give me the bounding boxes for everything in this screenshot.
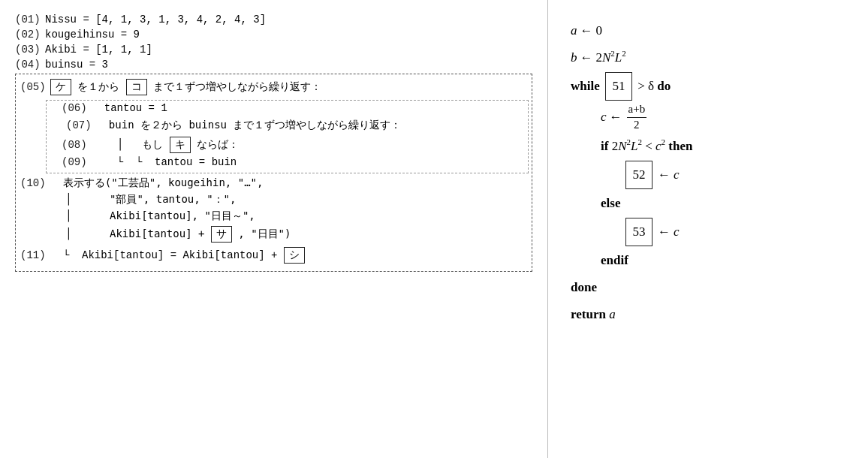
fraction-ab2: a+b 2 — [627, 102, 647, 132]
line-num-02: (02) — [15, 29, 45, 41]
code-line-02: (02) kougeihinsu = 9 — [15, 29, 532, 41]
var-b: b — [571, 45, 577, 71]
line-num-07: (07) — [66, 119, 96, 131]
box-shi: シ — [284, 247, 305, 264]
line-num-04: (04) — [15, 59, 45, 71]
code-line-09: (09) └ └ tantou = buin — [47, 156, 528, 168]
line-num-08: (08) — [62, 139, 92, 151]
box-ki: キ — [170, 137, 191, 153]
math-line-53: 53 ← c — [571, 218, 845, 246]
box-51: 51 — [605, 72, 632, 101]
line-num-01: (01) — [15, 14, 45, 26]
keyword-else: else — [601, 191, 620, 216]
math-line-return: return a — [571, 302, 845, 327]
line-content-08: │ もし キ ならば： — [92, 137, 528, 153]
code-line-08: (08) │ もし キ ならば： — [47, 137, 528, 153]
line-content-06: tantou = 1 — [92, 102, 528, 114]
inner-dashed-block: (06) tantou = 1 (07) buin を２から buinsu まで… — [46, 100, 529, 173]
code-line-05: (05) ケ を１から コ まで１ずつ増やしながら繰り返す： — [16, 77, 532, 97]
line-content-09: └ └ tantou = buin — [92, 156, 528, 168]
line-num-10: (10) — [20, 177, 50, 189]
return-var-a: a — [609, 302, 616, 327]
line-num-05: (05) — [20, 81, 50, 93]
code-line-10d: │ Akibi[tantou] + サ , "日目") — [20, 226, 527, 243]
box-52: 52 — [625, 161, 653, 189]
code-line-10a: (10) 表示する("工芸品", kougeihin, "…", — [20, 176, 527, 190]
code-line-10-block: (10) 表示する("工芸品", kougeihin, "…", │ "部員",… — [16, 175, 532, 243]
math-line-a: a ← 0 — [571, 18, 845, 44]
code-line-10c: │ Akibi[tantou], "日目～", — [20, 209, 527, 223]
box-53: 53 — [625, 218, 653, 246]
line-num-03: (03) — [15, 44, 45, 56]
math-line-while: while 51 > δ do — [571, 72, 845, 101]
outer-dashed-block: (05) ケ を１から コ まで１ずつ増やしながら繰り返す： (06) tant… — [15, 74, 532, 272]
keyword-done: done — [571, 275, 597, 300]
right-panel: a ← 0 b ← 2N2L2 while 51 > δ do c ← a+b … — [548, 0, 868, 458]
code-line-03: (03) Akibi = [1, 1, 1] — [15, 44, 532, 56]
code-line-04: (04) buinsu = 3 — [15, 59, 532, 71]
code-line-01: (01) Nissu = [4, 1, 3, 1, 3, 4, 2, 4, 3] — [15, 14, 532, 26]
line-content-04: buinsu = 3 — [45, 59, 532, 71]
code-line-07: (07) buin を２から buinsu まで１ずつ増やしながら繰り返す： — [47, 117, 528, 134]
line-content-10c: │ Akibi[tantou], "日目～", — [65, 209, 527, 223]
math-line-done: done — [571, 275, 845, 300]
code-line-11: (11) └ Akibi[tantou] = Akibi[tantou] + シ — [16, 246, 532, 265]
line-content-10d: │ Akibi[tantou] + サ , "日目") — [65, 226, 527, 243]
box-ke: ケ — [50, 79, 71, 95]
keyword-if: if — [601, 134, 608, 159]
line-content-10b: │ "部員", tantou, "：", — [65, 193, 527, 206]
line-content-11: └ Akibi[tantou] = Akibi[tantou] + シ — [50, 247, 527, 264]
line-num-09: (09) — [62, 156, 92, 168]
math-line-b: b ← 2N2L2 — [571, 45, 845, 71]
keyword-endif: endif — [601, 248, 628, 273]
line-content-05: ケ を１から コ まで１ずつ増やしながら繰り返す： — [50, 79, 527, 95]
line-content-07: buin を２から buinsu まで１ずつ増やしながら繰り返す： — [96, 119, 525, 132]
box-sa: サ — [211, 226, 232, 243]
math-line-if: if 2N2L2 < c2 then — [571, 134, 845, 159]
line-content-01: Nissu = [4, 1, 3, 1, 3, 4, 2, 4, 3] — [45, 14, 532, 26]
math-line-endif: endif — [571, 248, 845, 273]
line-content-02: kougeihinsu = 9 — [45, 29, 532, 41]
left-panel: (01) Nissu = [4, 1, 3, 1, 3, 4, 2, 4, 3]… — [0, 0, 548, 458]
keyword-while: while — [571, 74, 600, 99]
code-line-06: (06) tantou = 1 — [47, 102, 528, 114]
line-num-06: (06) — [62, 102, 92, 114]
math-line-else: else — [571, 191, 845, 216]
line-content-10a: 表示する("工芸品", kougeihin, "…", — [50, 176, 527, 190]
line-num-11: (11) — [20, 249, 50, 261]
math-line-c: c ← a+b 2 — [571, 102, 845, 132]
keyword-return: return — [571, 302, 606, 327]
code-line-10b: │ "部員", tantou, "：", — [20, 193, 527, 206]
var-a: a — [571, 18, 577, 44]
line-content-03: Akibi = [1, 1, 1] — [45, 44, 532, 56]
math-line-52: 52 ← c — [571, 161, 845, 189]
box-ko: コ — [126, 79, 147, 95]
